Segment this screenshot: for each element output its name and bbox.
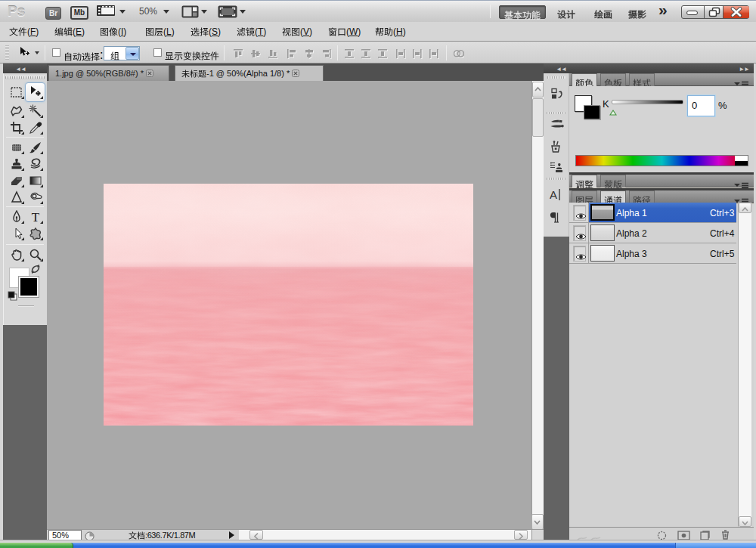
svg-text:T: T — [32, 210, 40, 224]
svg-text:A: A — [550, 188, 557, 201]
